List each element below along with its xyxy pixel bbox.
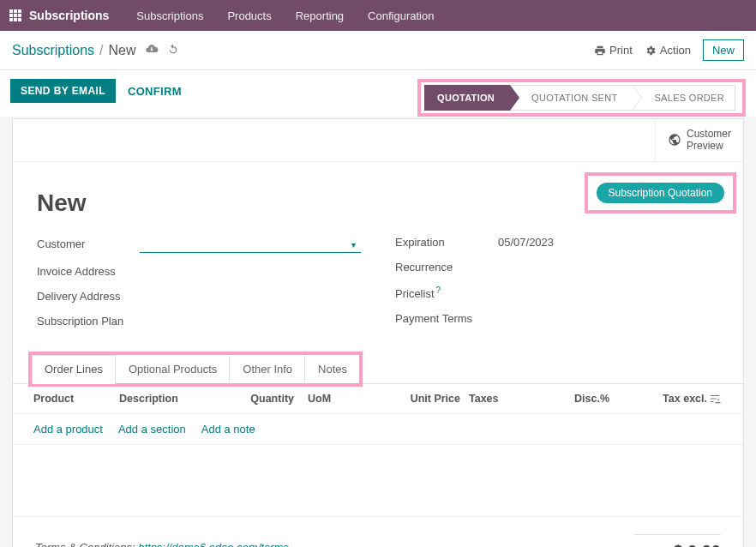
svg-rect-6 [9,18,13,21]
label-payment-terms: Payment Terms [395,312,498,325]
form-sheet: Customer Preview Subscription Quotation … [12,118,744,547]
label-pricelist: Pricelist? [395,286,498,300]
new-button[interactable]: New [703,39,744,61]
stage-sales-order[interactable]: SALES ORDER [633,85,735,111]
add-product-link[interactable]: Add a product [33,423,103,436]
col-unit-price: Unit Price [375,393,460,405]
action-button[interactable]: Action [645,44,691,57]
label-invoice-address: Invoice Address [37,265,140,278]
dropdown-caret-icon[interactable]: ▾ [351,239,356,249]
discard-icon[interactable] [167,43,179,57]
stage-quotation-sent[interactable]: QUOTATION SENT [510,85,633,111]
main-menu-bar: Subscriptions Subscriptions Products Rep… [0,0,756,31]
svg-rect-7 [14,18,17,21]
breadcrumb-sep: / [99,43,103,58]
svg-rect-8 [18,18,21,21]
add-section-link[interactable]: Add a section [118,423,186,436]
line-action-row: Add a product Add a section Add a note [13,414,743,445]
subscription-quotation-badge: Subscription Quotation [597,183,724,203]
terms-label: Terms & Conditions: [35,541,138,547]
tab-order-lines[interactable]: Order Lines [32,355,116,384]
svg-rect-1 [14,9,17,13]
label-delivery-address: Delivery Address [37,290,140,303]
col-taxes: Taxes [460,393,512,405]
total-value: $ 0.00 [673,542,721,547]
tab-notes[interactable]: Notes [305,355,359,383]
col-product: Product [33,393,119,405]
status-row: SEND BY EMAIL CONFIRM QUOTATION QUOTATIO… [0,70,756,117]
table-header: Product Description Quantity UoM Unit Pr… [13,384,743,414]
breadcrumb: Subscriptions / New [12,43,136,58]
subscription-quotation-highlight: Subscription Quotation [585,172,736,213]
toolbar-row: Subscriptions / New Print Action New [0,31,756,70]
pricelist-help-icon[interactable]: ? [436,286,441,295]
expiration-value[interactable]: 05/07/2023 [498,236,719,249]
svg-rect-4 [14,14,17,17]
stage-quotation[interactable]: QUOTATION [424,85,510,111]
col-uom: UoM [294,393,354,405]
col-description: Description [119,393,231,405]
terms-link[interactable]: https://demo6.odoo.com/terms [138,541,289,547]
svg-rect-5 [18,14,21,17]
empty-rows [13,445,743,517]
cloud-save-icon[interactable] [145,42,159,58]
apps-icon[interactable] [9,9,22,22]
left-fields: Customer ▾ Invoice Address Delivery Addr… [37,236,361,340]
customer-input[interactable] [140,236,361,253]
customer-preview-line1: Customer [687,128,731,140]
col-tax-excl: Tax excl. [630,393,707,405]
label-customer: Customer [37,237,140,250]
label-recurrence: Recurrence [395,261,498,274]
column-settings-icon[interactable] [707,393,723,405]
col-disc: Disc.% [532,393,609,405]
customer-preview-line2: Preview [687,140,731,152]
order-lines-table: Product Description Quantity UoM Unit Pr… [13,383,743,517]
app-name[interactable]: Subscriptions [29,9,109,22]
menu-subscriptions[interactable]: Subscriptions [128,6,212,26]
tab-other-info[interactable]: Other Info [230,355,305,383]
add-note-link[interactable]: Add a note [201,423,255,436]
action-label: Action [660,44,691,57]
customer-preview-button[interactable]: Customer Preview [655,119,743,161]
breadcrumb-current: New [109,43,136,58]
menu-configuration[interactable]: Configuration [359,6,442,26]
svg-rect-0 [9,9,13,13]
send-by-email-button[interactable]: SEND BY EMAIL [10,79,116,103]
print-label: Print [609,44,633,57]
stage-bar: QUOTATION QUOTATION SENT SALES ORDER [424,85,739,111]
label-expiration: Expiration [395,236,498,249]
label-subscription-plan: Subscription Plan [37,315,140,328]
breadcrumb-root[interactable]: Subscriptions [12,43,94,58]
tab-optional-products[interactable]: Optional Products [116,355,230,383]
right-fields: Expiration 05/07/2023 Recurrence Priceli… [395,236,719,340]
sheet-footer: Terms & Conditions: https://demo6.odoo.c… [13,517,743,547]
svg-rect-3 [9,14,13,17]
svg-rect-2 [18,9,21,13]
menu-reporting[interactable]: Reporting [287,6,352,26]
terms-conditions: Terms & Conditions: https://demo6.odoo.c… [35,541,289,547]
print-button[interactable]: Print [594,44,633,57]
col-quantity: Quantity [231,393,294,405]
totals: Total: $ 0.00 [634,534,721,547]
confirm-button[interactable]: CONFIRM [128,85,182,98]
menu-products[interactable]: Products [219,6,279,26]
stage-highlight: QUOTATION QUOTATION SENT SALES ORDER [417,79,746,117]
tabs-highlight: Order Lines Optional Products Other Info… [28,352,363,387]
